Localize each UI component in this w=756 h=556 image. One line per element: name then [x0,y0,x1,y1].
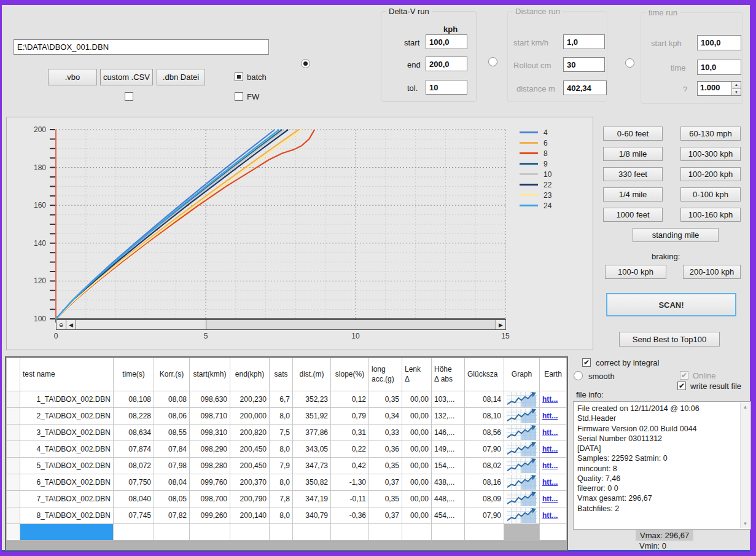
braking-100-0-button[interactable]: 100-0 kph [605,265,666,279]
col-header-long[interactable]: long acc.(g) [369,358,402,391]
graph-cell[interactable] [504,441,540,458]
start-kmh-input[interactable] [563,34,605,49]
time-input[interactable] [697,60,741,75]
earth-link[interactable]: htt... [542,461,558,470]
table-row[interactable]: 8_TA\DBOX_002.DBN07,74507,82099,260200,1… [7,507,567,524]
scroll-up-icon[interactable]: ▲ [741,404,750,410]
braking-200-100-button[interactable]: 200-100 kph [683,265,741,279]
col-header-start-kmh-[interactable]: start(kmh) [190,358,230,391]
dbn-datei-button[interactable]: .dbn Datei [157,69,205,85]
file-info-scrollbar[interactable]: ▲ ▼ [740,402,750,528]
chart-scrollbar[interactable]: ⊖ ◀ ▶ [56,319,506,330]
csv-checkbox[interactable] [125,92,133,101]
write-result-file-checkbox[interactable] [677,382,686,390]
run-button-0-60-feet[interactable]: 0-60 feet [603,127,663,141]
graph-cell[interactable] [504,507,540,524]
vbo-button[interactable]: .vbo [48,69,97,85]
cell: 200,790 [230,491,270,507]
col-header-rowhdr[interactable] [7,358,20,391]
factor-spinner[interactable]: 1.000 ▲ ▼ [697,81,741,96]
col-header-dist-m-[interactable]: dist.(m) [293,358,331,391]
graph-cell[interactable] [504,391,540,408]
col-header-Höhe[interactable]: Höhe Δ abs [432,358,465,391]
table-row[interactable]: 4_TA\DBOX_002.DBN07,87407,84098,290200,4… [7,441,567,458]
cell [114,524,154,541]
scan-button[interactable]: SCAN! [606,293,736,316]
file-path-input[interactable] [14,39,269,55]
run-button-330-feet[interactable]: 330 feet [603,167,663,181]
run-button-0-100-kph[interactable]: 0-100 kph [680,187,741,202]
batch-checkbox[interactable] [235,72,243,81]
earth-link[interactable]: htt... [542,495,558,503]
earth-link[interactable]: htt... [542,428,558,437]
table-row[interactable]: 3_TA\DBOX_002.DBN08,63408,55098,310200,8… [7,425,567,441]
cell: 0,36 [369,441,402,458]
vmin-status: Vmin: 0 [639,541,666,550]
col-header-test-name[interactable]: test name [20,358,114,391]
custom-csv-button[interactable]: custom .CSV [100,69,153,85]
distance-radio[interactable] [488,57,497,66]
table-row[interactable]: 2_TA\DBOX_002.DBN08,22808,06098,710200,0… [7,408,567,425]
graph-cell[interactable] [504,474,540,491]
col-header-Graph[interactable]: Graph [504,358,540,391]
graph-cell[interactable] [504,458,540,474]
end-input[interactable] [426,57,467,71]
col-header-sats[interactable]: sats [270,358,293,391]
col-header-Earth[interactable]: Earth [540,358,567,391]
col-header-Lenk[interactable]: Lenk Δ [402,358,432,391]
empty-selected-row[interactable] [7,524,567,541]
correct-by-integral-checkbox[interactable] [582,358,591,367]
graph-cell[interactable] [504,491,540,507]
scroll-down-icon[interactable]: ▼ [741,521,750,527]
col-header-time-s-[interactable]: time(s) [114,358,154,391]
table-row[interactable]: 5_TA\DBOX_002.DBN08,07207,98098,280200,4… [7,458,567,474]
send-best-top100-button[interactable]: Send Best to Top100 [619,332,720,347]
col-header-Korr-s-[interactable]: Korr.(s) [154,358,190,391]
online-checkbox[interactable] [680,371,688,380]
col-header-Glücksza[interactable]: Glücksza [465,358,504,391]
mini-graph-icon [507,392,537,407]
start-kph-input[interactable] [697,35,741,50]
earth-link[interactable]: htt... [542,412,558,420]
run-button-60-130-mph[interactable]: 60-130 mph [680,127,741,141]
col-header-end-kph-[interactable]: end(kph) [230,358,270,391]
graph-cell[interactable] [504,425,540,441]
graph-cell[interactable] [504,408,540,425]
distance-m-input[interactable] [563,80,607,95]
svg-text:15: 15 [501,332,510,340]
scroll-left-icon[interactable]: ◀ [66,320,76,329]
table-horizontal-scrollbar[interactable] [6,541,567,550]
earth-link[interactable]: htt... [542,445,558,453]
legend-swatch [520,152,538,154]
earth-link[interactable]: htt... [542,511,558,520]
scrollbar-track[interactable] [206,320,496,329]
run-button-1-4-mile[interactable]: 1/4 mile [603,187,663,202]
delta-v-radio[interactable] [301,59,310,68]
table-row[interactable]: 6_TA\DBOX_002.DBN07,75008,04099,760200,3… [7,474,567,491]
col-header-slope-[interactable]: slope(%) [331,358,369,391]
standing-mile-button[interactable]: standing mile [633,228,719,242]
tol-input[interactable] [426,80,467,95]
scrollbar-thumb[interactable] [76,320,206,329]
svg-text:0: 0 [54,332,58,340]
spin-up-icon[interactable]: ▲ [732,82,741,89]
run-button-1-8-mile[interactable]: 1/8 mile [603,147,663,161]
run-button-100-160-kph[interactable]: 100-160 kph [680,208,741,222]
time-run-radio[interactable] [625,58,634,68]
zoom-out-icon[interactable]: ⊖ [57,320,66,329]
run-button-100-200-kph[interactable]: 100-200 kph [680,167,741,181]
fw-checkbox[interactable] [235,92,243,101]
table-row[interactable]: 1_TA\DBOX_002.DBN08,10808,08098,630200,2… [7,391,567,408]
cell: 08,040 [114,491,154,507]
selected-cell[interactable] [20,524,114,541]
table-row[interactable]: 7_TA\DBOX_002.DBN08,04008,05098,700200,7… [7,491,567,507]
smooth-radio[interactable] [574,371,583,380]
spin-down-icon[interactable]: ▼ [732,89,741,96]
earth-link[interactable]: htt... [542,395,558,404]
start-input[interactable] [426,34,467,49]
scroll-right-icon[interactable]: ▶ [496,320,505,329]
run-button-1000-feet[interactable]: 1000 feet [603,208,663,222]
run-button-100-300-kph[interactable]: 100-300 kph [680,147,741,161]
rollout-input[interactable] [563,57,605,72]
earth-link[interactable]: htt... [542,478,558,487]
